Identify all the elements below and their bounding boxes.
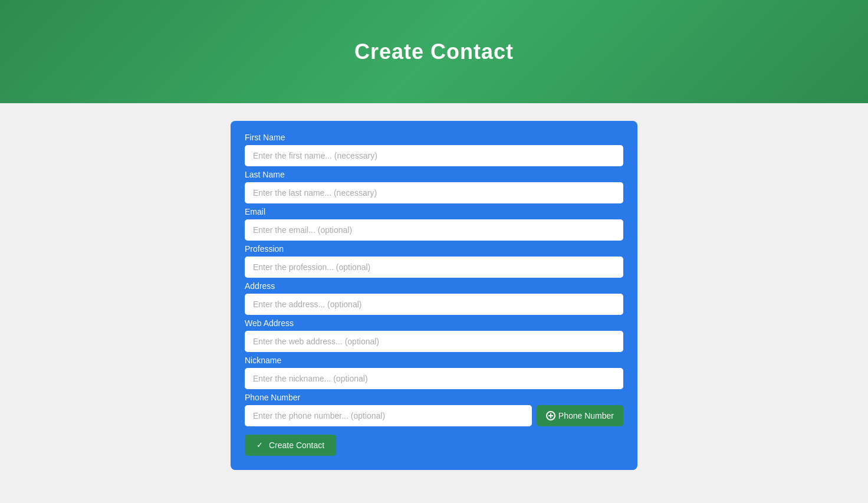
- last-name-input[interactable]: [245, 182, 623, 203]
- nickname-label: Nickname: [245, 356, 623, 365]
- main-content: First Name Last Name Email Profession Ad…: [0, 103, 868, 494]
- add-phone-button[interactable]: Phone Number: [537, 405, 623, 426]
- web-address-label: Web Address: [245, 318, 623, 328]
- profession-input[interactable]: [245, 257, 623, 278]
- profession-group: Profession: [245, 244, 623, 278]
- address-group: Address: [245, 281, 623, 315]
- phone-row: Phone Number: [245, 405, 623, 426]
- first-name-group: First Name: [245, 133, 623, 166]
- plus-circle-icon: [546, 411, 555, 420]
- address-label: Address: [245, 281, 623, 291]
- check-icon: [257, 441, 265, 449]
- create-contact-button[interactable]: Create Contact: [245, 435, 336, 456]
- email-group: Email: [245, 207, 623, 241]
- web-address-group: Web Address: [245, 318, 623, 352]
- last-name-label: Last Name: [245, 170, 623, 179]
- create-contact-form: First Name Last Name Email Profession Ad…: [231, 121, 637, 470]
- address-input[interactable]: [245, 294, 623, 315]
- page-title: Create Contact: [354, 40, 514, 64]
- submit-row: Create Contact: [245, 435, 623, 456]
- first-name-input[interactable]: [245, 145, 623, 166]
- nickname-input[interactable]: [245, 368, 623, 389]
- phone-number-input[interactable]: [245, 405, 532, 426]
- profession-label: Profession: [245, 244, 623, 254]
- phone-number-group: Phone Number Phone Number: [245, 393, 623, 426]
- nickname-group: Nickname: [245, 356, 623, 389]
- add-phone-button-label: Phone Number: [558, 411, 614, 420]
- create-contact-button-label: Create Contact: [269, 440, 324, 450]
- page-header: Create Contact: [0, 0, 868, 103]
- phone-number-label: Phone Number: [245, 393, 623, 402]
- email-input[interactable]: [245, 219, 623, 241]
- email-label: Email: [245, 207, 623, 216]
- first-name-label: First Name: [245, 133, 623, 142]
- web-address-input[interactable]: [245, 331, 623, 352]
- last-name-group: Last Name: [245, 170, 623, 203]
